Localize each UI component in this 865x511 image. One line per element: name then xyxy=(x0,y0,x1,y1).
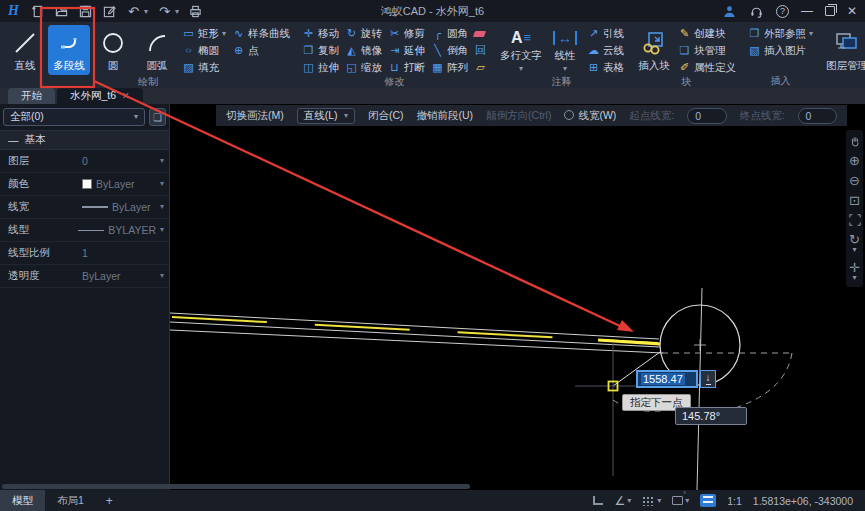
draw-point-button[interactable]: ⊕点 xyxy=(230,42,292,59)
create-block-button[interactable]: ✎创建块 xyxy=(676,25,738,42)
print-icon[interactable] xyxy=(188,4,203,19)
copy-icon: ❐ xyxy=(302,45,315,56)
block-manager-button[interactable]: ❏块管理 xyxy=(676,42,738,59)
draw-rectangle-button[interactable]: ▭矩形▾ xyxy=(180,25,228,42)
chevron-down-icon[interactable]: ▾ xyxy=(160,180,164,188)
zoom-in-button[interactable]: ⊕ xyxy=(849,154,860,167)
pan-button[interactable] xyxy=(849,135,861,147)
zoom-object-button[interactable]: ⊡ xyxy=(849,194,860,207)
value-lock-button[interactable]: ↓ xyxy=(700,370,716,388)
draw-polyline-button[interactable]: 多段线 xyxy=(48,25,90,75)
draw-line-button[interactable]: 直线 xyxy=(4,25,46,75)
tab-start[interactable]: 开始 xyxy=(8,88,55,104)
save-as-icon[interactable] xyxy=(102,4,117,19)
circle-icon xyxy=(101,28,125,57)
chevron-down-icon[interactable]: ▾ xyxy=(160,157,164,165)
add-layout-button[interactable]: + xyxy=(96,494,123,508)
quick-select-button[interactable]: ❏ xyxy=(149,108,166,126)
revcloud-button[interactable]: ☁云线 xyxy=(585,42,626,59)
modify-erase-button[interactable] xyxy=(472,25,489,42)
option-linewidth-checkbox[interactable]: 线宽(W) xyxy=(564,109,616,123)
horizontal-scrollbar[interactable] xyxy=(2,484,470,489)
distance-input[interactable]: 1558.47 xyxy=(636,370,698,388)
draw-hatch-button[interactable]: ▨填充 xyxy=(180,59,228,76)
ucs-button[interactable]: ✛▾ xyxy=(849,261,860,282)
modify-rotate-button[interactable]: ↻旋转 xyxy=(343,25,384,42)
modify-move-button[interactable]: ✛移动 xyxy=(300,25,341,42)
modify-offset-button[interactable]: 回 xyxy=(472,42,489,59)
zoom-out-button[interactable]: ⊖ xyxy=(849,174,860,187)
user-account-icon[interactable] xyxy=(722,4,737,19)
annotation-scale[interactable]: 1:1 xyxy=(727,495,742,507)
drawing-canvas[interactable]: 切换画法(M) 直线(L) ▾ 闭合(C) 撤销前段(U) 颠倒方向(Ctrl)… xyxy=(170,104,865,490)
attribute-define-button[interactable]: ✐属性定义 xyxy=(676,59,738,76)
modify-extend-button[interactable]: ⇥延伸 xyxy=(386,42,427,59)
undo-icon[interactable]: ↶ xyxy=(126,4,141,19)
chevron-down-icon[interactable]: ▾ xyxy=(160,272,164,280)
option-close[interactable]: 闭合(C) xyxy=(368,109,404,123)
modify-trim-button[interactable]: ✂修剪 xyxy=(386,25,427,42)
selection-filter-dropdown[interactable]: 全部(0) ▾ xyxy=(3,108,145,126)
layer-manager-button[interactable]: 图层管理 xyxy=(823,25,865,75)
modify-fillet-button[interactable]: ╭圆角 xyxy=(429,25,470,42)
chevron-down-icon[interactable]: ▾ xyxy=(160,226,164,234)
xref-button[interactable]: ❐外部参照▾ xyxy=(746,25,815,42)
zoom-extents-button[interactable] xyxy=(849,214,861,226)
modify-explode-button[interactable]: ▱ xyxy=(472,59,489,76)
modify-break-button[interactable]: ⊔打断 xyxy=(386,59,427,76)
table-button[interactable]: ⊞表格 xyxy=(585,59,626,76)
modify-scale-button[interactable]: ◱缩放 xyxy=(343,59,384,76)
restore-button[interactable] xyxy=(825,6,835,16)
polar-tracking-toggle[interactable]: ∠▾ xyxy=(614,494,631,508)
xref-caret-icon[interactable]: ▾ xyxy=(809,30,813,38)
insert-image-button[interactable]: ▧插入图片 xyxy=(746,42,815,59)
object-snap-toggle[interactable]: ▾ xyxy=(672,496,689,505)
dim-linear-button[interactable]: ↔ 线性 ▾ xyxy=(547,25,583,75)
dim-linear-caret-icon[interactable]: ▾ xyxy=(563,65,567,73)
zoom-in-icon: ⊕ xyxy=(849,154,860,167)
tab-close-icon[interactable]: ✕ xyxy=(122,91,130,101)
ortho-toggle[interactable] xyxy=(593,496,603,505)
option-undo-segment[interactable]: 撤销前段(U) xyxy=(417,109,474,123)
draw-arc-button[interactable]: 圆弧 xyxy=(136,25,178,75)
section-basic[interactable]: — 基本 xyxy=(0,130,169,150)
mode-label: 切换画法(M) xyxy=(226,109,284,123)
angle-input[interactable]: 145.78° xyxy=(675,407,747,425)
redo-icon[interactable]: ↷ xyxy=(157,4,172,19)
annotate-group-caption: 注释 xyxy=(497,76,626,88)
modify-copy-button[interactable]: ❐复制 xyxy=(300,42,341,59)
draw-ellipse-button[interactable]: ○椭圆 xyxy=(180,42,228,59)
grid-snap-toggle[interactable]: ▾ xyxy=(642,496,661,506)
draw-circle-button[interactable]: 圆 xyxy=(92,25,134,75)
modify-array-button[interactable]: ▦阵列 xyxy=(429,59,470,76)
modify-chamfer-button[interactable]: ╲倒角 xyxy=(429,42,470,59)
model-tab[interactable]: 模型 xyxy=(0,490,45,511)
support-headset-icon[interactable] xyxy=(749,4,764,19)
open-file-icon[interactable] xyxy=(54,4,69,19)
lineweight-icon xyxy=(700,494,716,507)
lineweight-display-toggle[interactable] xyxy=(700,494,716,507)
start-width-input[interactable]: 0 xyxy=(687,108,726,124)
chevron-down-icon[interactable]: ▾ xyxy=(160,203,164,211)
leader-button[interactable]: ↗引线 xyxy=(585,25,626,42)
modify-mirror-button[interactable]: ◭镜像 xyxy=(343,42,384,59)
mtext-caret-icon[interactable]: ▾ xyxy=(519,65,523,73)
close-button[interactable]: ✕ xyxy=(847,4,857,18)
help-icon[interactable]: ? xyxy=(776,5,789,18)
insert-block-button[interactable]: 插入块 xyxy=(634,25,674,75)
minimize-button[interactable]: — xyxy=(801,4,813,18)
redo-caret-icon[interactable]: ▾ xyxy=(175,7,179,16)
mtext-button[interactable]: A≡ 多行文字 ▾ xyxy=(497,25,545,75)
rectangle-caret-icon[interactable]: ▾ xyxy=(222,30,226,38)
orbit-button[interactable]: ↻▾ xyxy=(849,233,860,254)
end-width-input[interactable]: 0 xyxy=(798,108,837,124)
tab-drawing[interactable]: 水外网_t6 ✕ xyxy=(57,88,143,104)
draw-spline-button[interactable]: ∿样条曲线 xyxy=(230,25,292,42)
layout1-tab[interactable]: 布局1 xyxy=(45,490,96,511)
undo-caret-icon[interactable]: ▾ xyxy=(144,7,148,16)
new-file-icon[interactable] xyxy=(30,4,45,19)
draw-mode-dropdown[interactable]: 直线(L) ▾ xyxy=(297,108,355,124)
modify-stretch-button[interactable]: ◫拉伸 xyxy=(300,59,341,76)
mtext-icon: A≡ xyxy=(511,28,531,47)
save-icon[interactable] xyxy=(78,4,93,19)
